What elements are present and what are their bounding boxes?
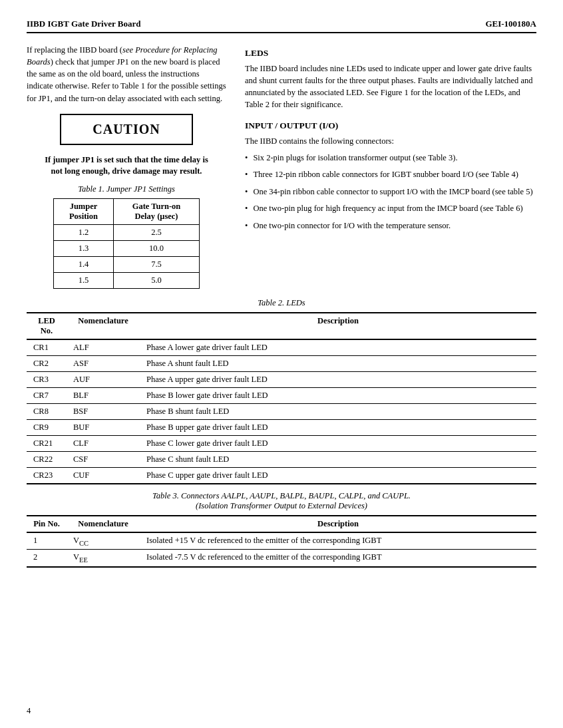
leds-col-no: LED No. [27, 313, 67, 339]
page: IIBD IGBT Gate Driver Board GEI-100180A … [0, 0, 563, 728]
header-right: GEI-100180A [485, 19, 536, 29]
table-row: 1VCCIsolated +15 V dc referenced to the … [27, 532, 536, 550]
page-header: IIBD IGBT Gate Driver Board GEI-100180A [27, 19, 536, 33]
col-gate-turnon: Gate Turn-onDelay (μsec) [113, 198, 199, 224]
table2-section: Table 2. LEDs LED No. Nomenclature Descr… [27, 298, 536, 484]
header-left: IIBD IGBT Gate Driver Board [27, 19, 140, 29]
leds-section-title: LEDS [245, 48, 536, 59]
connectors-table: Pin No. Nomenclature Description 1VCCIso… [27, 515, 536, 568]
table3-title-em: Table 3. Connectors AALPL, AAUPL, BALPL,… [152, 491, 411, 510]
io-paragraph: The IIBD contains the following connecto… [245, 135, 536, 147]
table3-title: Table 3. Connectors AALPL, AAUPL, BALPL,… [27, 491, 536, 511]
leds-col-nomenclature: Nomenclature [67, 313, 140, 339]
caution-text: If jumper JP1 is set such that the time … [27, 154, 226, 178]
leds-paragraph: The IIBD board includes nine LEDs used t… [245, 63, 536, 111]
right-column: LEDS The IIBD board includes nine LEDs u… [245, 44, 536, 289]
table3-section: Table 3. Connectors AALPL, AAUPL, BALPL,… [27, 491, 536, 568]
leds-table: LED No. Nomenclature Description CR1ALFP… [27, 312, 536, 484]
col-jumper-position: JumperPosition [54, 198, 114, 224]
table-row: CR22CSFPhase C shunt fault LED [27, 451, 536, 467]
list-item: One two-pin plug for high frequency ac i… [245, 203, 536, 215]
conn-col-nomenclature: Nomenclature [67, 516, 140, 532]
table-row: CR23CUFPhase C upper gate driver fault L… [27, 467, 536, 484]
leds-col-description: Description [140, 313, 536, 339]
list-item: Six 2-pin plugs for isolation transforme… [245, 152, 536, 164]
table-row: 1.47.5 [54, 256, 200, 272]
table-row: CR9BUFPhase B upper gate driver fault LE… [27, 419, 536, 435]
list-item: One 34-pin ribbon cable connector to sup… [245, 186, 536, 198]
table-row: CR2ASFPhase A shunt fault LED [27, 355, 536, 371]
jumper-table: JumperPosition Gate Turn-onDelay (μsec) … [53, 198, 200, 289]
caution-title: CAUTION [71, 122, 182, 137]
table-row: 1.22.5 [54, 224, 200, 240]
table-row: CR7BLFPhase B lower gate driver fault LE… [27, 387, 536, 403]
intro-paragraph: If replacing the IIBD board (see Procedu… [27, 44, 226, 104]
table2-title: Table 2. LEDs [27, 298, 536, 308]
table-row: CR1ALFPhase A lower gate driver fault LE… [27, 339, 536, 356]
caution-box: CAUTION [60, 114, 193, 145]
page-number: 4 [27, 706, 31, 716]
table-row: 1.310.0 [54, 240, 200, 256]
list-item: One two-pin connector for I/O with the t… [245, 220, 536, 232]
io-section-title: INPUT / OUTPUT (I/O) [245, 120, 536, 131]
table-row: 1.55.0 [54, 272, 200, 288]
two-column-layout: If replacing the IIBD board (see Procedu… [27, 44, 536, 289]
table-row: CR3AUFPhase A upper gate driver fault LE… [27, 371, 536, 387]
table-row: CR21CLFPhase C lower gate driver fault L… [27, 435, 536, 451]
list-item: Three 12-pin ribbon cable connectors for… [245, 169, 536, 181]
table1-title: Table 1. Jumper JP1 Settings [27, 184, 226, 194]
table-row: CR8BSFPhase B shunt fault LED [27, 403, 536, 419]
conn-col-pin: Pin No. [27, 516, 67, 532]
table-row: 2VEEIsolated -7.5 V dc referenced to the… [27, 550, 536, 567]
conn-col-description: Description [140, 516, 536, 532]
left-column: If replacing the IIBD board (see Procedu… [27, 44, 226, 289]
io-bullet-list: Six 2-pin plugs for isolation transforme… [245, 152, 536, 232]
